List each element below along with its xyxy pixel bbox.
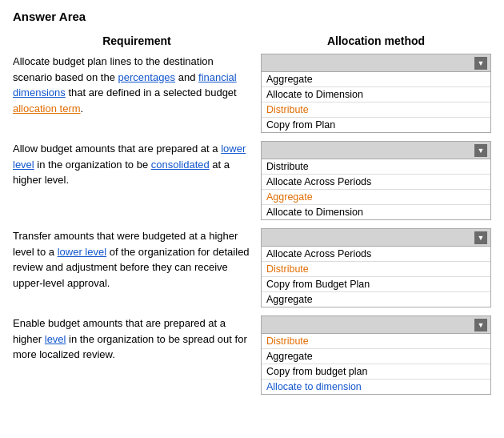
requirement-text-4: Enable budget amounts that are prepared … xyxy=(13,315,261,363)
dropdown-item[interactable]: Allocate Across Periods xyxy=(262,247,490,262)
dropdown-item[interactable]: Copy from Plan xyxy=(262,118,490,132)
requirement-header: Requirement xyxy=(13,34,261,47)
question-row-1: Allocate budget plan lines to the destin… xyxy=(13,54,491,133)
dropdown-arrow-2[interactable] xyxy=(474,144,487,157)
question-row-2: Allow budget amounts that are prepared a… xyxy=(13,141,491,220)
allocation-dropdown-3: Allocate Across Periods Distribute Copy … xyxy=(261,228,491,307)
dropdown-arrow-1[interactable] xyxy=(474,57,487,70)
requirement-text-1: Allocate budget plan lines to the destin… xyxy=(13,54,261,116)
question-row-4: Enable budget amounts that are prepared … xyxy=(13,315,491,395)
dropdown-item[interactable]: Allocate to Dimension xyxy=(262,205,490,219)
dropdown-box-3: Allocate Across Periods Distribute Copy … xyxy=(261,228,491,307)
dropdown-item[interactable]: Copy from Budget Plan xyxy=(262,277,490,292)
requirement-text-3: Transfer amounts that were budgeted at a… xyxy=(13,228,261,291)
allocation-dropdown-2: Distribute Allocate Across Periods Aggre… xyxy=(261,141,491,220)
allocation-dropdown-1: Aggregate Allocate to Dimension Distribu… xyxy=(261,54,491,133)
dropdown-header-3[interactable] xyxy=(262,229,490,247)
dropdown-header-4[interactable] xyxy=(262,316,490,334)
page-title: Answer Area xyxy=(13,10,491,23)
dropdown-header-2[interactable] xyxy=(262,142,490,159)
dropdown-arrow-4[interactable] xyxy=(474,319,487,332)
dropdown-item[interactable]: Allocate Across Periods xyxy=(262,175,490,190)
dropdown-arrow-3[interactable] xyxy=(474,231,487,244)
dropdown-item[interactable]: Aggregate xyxy=(262,349,490,364)
dropdown-box-1: Aggregate Allocate to Dimension Distribu… xyxy=(261,54,491,133)
dropdown-item[interactable]: Aggregate xyxy=(262,190,490,205)
dropdown-item[interactable]: Distribute xyxy=(262,159,490,175)
dropdown-item[interactable]: Copy from budget plan xyxy=(262,364,490,380)
dropdown-item[interactable]: Distribute xyxy=(262,102,490,118)
dropdown-item[interactable]: Aggregate xyxy=(262,72,490,87)
dropdown-header-1[interactable] xyxy=(262,54,490,72)
requirement-text-2: Allow budget amounts that are prepared a… xyxy=(13,141,261,188)
dropdown-item[interactable]: Distribute xyxy=(262,334,490,349)
allocation-dropdown-4: Distribute Aggregate Copy from budget pl… xyxy=(261,315,491,395)
allocation-header: Allocation method xyxy=(261,34,491,47)
question-row-3: Transfer amounts that were budgeted at a… xyxy=(13,228,491,307)
dropdown-item[interactable]: Distribute xyxy=(262,262,490,277)
dropdown-item[interactable]: Allocate to Dimension xyxy=(262,87,490,102)
dropdown-item[interactable]: Aggregate xyxy=(262,292,490,307)
dropdown-box-2: Distribute Allocate Across Periods Aggre… xyxy=(261,141,491,220)
dropdown-box-4: Distribute Aggregate Copy from budget pl… xyxy=(261,315,491,395)
dropdown-item[interactable]: Allocate to dimension xyxy=(262,380,490,394)
